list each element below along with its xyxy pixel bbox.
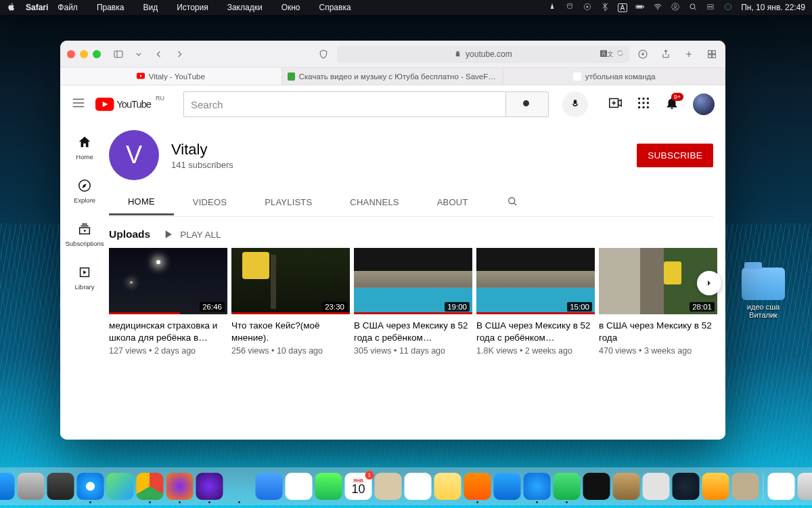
rail-home[interactable]: Home bbox=[63, 127, 106, 168]
video-card[interactable]: 23:30Что такое Кейс?(моё мнение).256 vie… bbox=[231, 248, 350, 356]
dock-facetime[interactable] bbox=[315, 473, 342, 500]
dock-telegram[interactable] bbox=[524, 473, 551, 500]
nav-back[interactable] bbox=[152, 47, 166, 61]
spotlight-icon[interactable] bbox=[688, 2, 698, 14]
dock-app4[interactable] bbox=[732, 473, 759, 500]
desktop-folder[interactable]: идео сшаВиталик bbox=[736, 268, 790, 319]
dock-vlc[interactable] bbox=[464, 473, 491, 500]
play-menu-icon[interactable] bbox=[583, 2, 592, 14]
scroll-right-button[interactable] bbox=[697, 271, 721, 295]
video-thumbnail[interactable]: 26:46 bbox=[109, 248, 227, 314]
new-tab-icon[interactable] bbox=[682, 47, 696, 61]
menubar-clock[interactable]: Пн, 10 янв. 22:49 bbox=[741, 3, 805, 12]
dock-maps[interactable] bbox=[107, 473, 134, 500]
keyboard-layout-icon[interactable]: А bbox=[618, 3, 628, 12]
menu-Окно[interactable]: Окно bbox=[281, 3, 300, 12]
create-icon[interactable] bbox=[608, 96, 623, 113]
search-button[interactable] bbox=[505, 91, 549, 117]
battery-icon[interactable] bbox=[635, 2, 645, 14]
youtube-logo[interactable]: YouTube RU bbox=[95, 98, 155, 111]
channel-tab-videos[interactable]: VIDEOS bbox=[174, 190, 246, 214]
dock-settings[interactable] bbox=[47, 473, 74, 500]
menu-Вид[interactable]: Вид bbox=[143, 3, 158, 12]
rail-explore[interactable]: Explore bbox=[63, 171, 106, 211]
downloads-icon[interactable] bbox=[636, 47, 650, 61]
video-card[interactable]: 28:01в США через Мексику в 52 года470 vi… bbox=[599, 248, 717, 356]
channel-tab-home[interactable]: HOME bbox=[109, 190, 174, 215]
video-thumbnail[interactable]: 23:30 bbox=[231, 248, 350, 314]
menu-Правка[interactable]: Правка bbox=[97, 3, 125, 12]
apple-menu[interactable] bbox=[7, 2, 16, 14]
rail-library[interactable]: Library bbox=[63, 257, 106, 298]
dock-roblox[interactable] bbox=[643, 473, 670, 500]
db-menu-icon[interactable] bbox=[565, 2, 574, 14]
dock-photos[interactable] bbox=[286, 473, 313, 500]
apps-icon[interactable] bbox=[636, 96, 651, 113]
dock-app1[interactable] bbox=[494, 473, 521, 500]
dock-steam[interactable] bbox=[673, 473, 700, 500]
chevron-down-icon[interactable] bbox=[132, 47, 145, 61]
translate-icon[interactable]: 🅰︎文 bbox=[600, 49, 614, 59]
video-thumbnail[interactable]: 19:00 bbox=[354, 248, 472, 314]
dock-firefox[interactable] bbox=[166, 473, 194, 500]
browser-tab[interactable]: утбольная команда bbox=[503, 68, 725, 85]
dock-downloads[interactable] bbox=[768, 473, 795, 500]
guide-toggle[interactable] bbox=[71, 96, 86, 113]
dock-whatsapp[interactable] bbox=[554, 473, 581, 500]
dock-safari[interactable] bbox=[77, 473, 104, 500]
channel-tab-about[interactable]: ABOUT bbox=[418, 190, 487, 214]
subscribe-button[interactable]: SUBSCRIBE bbox=[637, 144, 713, 167]
voice-search[interactable] bbox=[562, 91, 588, 117]
dock-app3[interactable] bbox=[702, 473, 729, 500]
wifi-icon[interactable] bbox=[653, 2, 662, 14]
browser-tab[interactable]: Скачать видео и музыку с Ютуба бесплатно… bbox=[282, 68, 504, 85]
account-avatar[interactable] bbox=[693, 93, 715, 115]
bluetooth-icon[interactable] bbox=[600, 2, 610, 14]
menu-Файл[interactable]: Файл bbox=[58, 3, 78, 12]
menubar-app-name[interactable]: Safari bbox=[26, 3, 48, 12]
dock-finder[interactable] bbox=[0, 473, 15, 500]
dock-mail[interactable] bbox=[256, 473, 283, 500]
notifications-icon[interactable]: 9+ bbox=[664, 96, 679, 113]
close-window[interactable] bbox=[67, 50, 75, 58]
menu-Справка[interactable]: Справка bbox=[319, 3, 351, 12]
video-card[interactable]: 26:46медицинская страховка и школа для р… bbox=[109, 248, 227, 356]
vlc-menu-icon[interactable] bbox=[547, 2, 557, 14]
video-card[interactable]: 15:00В США через Мексику в 52 года с реб… bbox=[476, 248, 595, 356]
sidebar-toggle[interactable] bbox=[112, 47, 125, 61]
play-all-button[interactable]: PLAY ALL bbox=[161, 228, 221, 241]
video-thumbnail[interactable]: 15:00 bbox=[476, 248, 595, 314]
dock-chrome[interactable] bbox=[137, 473, 164, 500]
dock-app2[interactable] bbox=[583, 473, 610, 500]
dock-calendar[interactable]: ЯНВ101 bbox=[345, 473, 372, 500]
tab-overview-icon[interactable] bbox=[705, 47, 719, 61]
dock-trash[interactable] bbox=[798, 473, 813, 500]
video-card[interactable]: 19:00В США через Мексику в 52 года с реб… bbox=[354, 248, 472, 356]
channel-avatar[interactable]: V bbox=[109, 130, 159, 180]
menu-История[interactable]: История bbox=[177, 3, 208, 12]
reload-icon[interactable] bbox=[616, 49, 624, 59]
dock-contacts[interactable] bbox=[375, 473, 402, 500]
dock-tor[interactable] bbox=[196, 473, 223, 500]
dock-messages[interactable] bbox=[226, 473, 253, 500]
siri-icon[interactable] bbox=[723, 2, 733, 14]
nav-forward[interactable] bbox=[173, 47, 186, 61]
address-bar[interactable]: youtube.com 🅰︎文 bbox=[337, 45, 629, 63]
channel-search-icon[interactable] bbox=[487, 188, 537, 216]
channel-tab-channels[interactable]: CHANNELS bbox=[331, 190, 418, 214]
dock-notes[interactable] bbox=[434, 473, 461, 500]
browser-tab[interactable]: Vitaly - YouTube bbox=[60, 68, 282, 85]
rail-subs[interactable]: Subscriptions bbox=[63, 214, 106, 255]
fullscreen-window[interactable] bbox=[93, 50, 101, 58]
search-input[interactable] bbox=[183, 91, 505, 117]
user-icon[interactable] bbox=[671, 2, 680, 14]
dock-launchpad[interactable] bbox=[18, 473, 45, 500]
share-icon[interactable] bbox=[659, 47, 673, 61]
control-center-icon[interactable] bbox=[706, 2, 715, 14]
minimize-window[interactable] bbox=[80, 50, 88, 58]
channel-tab-playlists[interactable]: PLAYLISTS bbox=[246, 190, 331, 214]
dock-reminders[interactable] bbox=[405, 473, 432, 500]
dock-chess[interactable] bbox=[613, 473, 640, 500]
privacy-shield-icon[interactable] bbox=[317, 47, 330, 61]
menu-Закладки[interactable]: Закладки bbox=[227, 3, 263, 12]
